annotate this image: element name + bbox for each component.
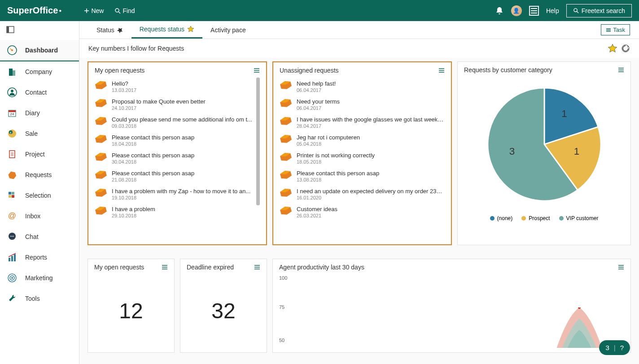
sidebar-item-requests[interactable]: Requests: [0, 165, 79, 185]
tab-activity-pace[interactable]: Activity pace: [202, 22, 254, 38]
legend-label: Prospect: [529, 215, 550, 221]
widget-menu-icon[interactable]: [162, 264, 168, 270]
sidebar-item-label: Sale: [25, 130, 38, 137]
help-link[interactable]: Help: [546, 7, 559, 14]
help-fab[interactable]: 3 | ?: [599, 340, 630, 355]
sidebar-item-tools[interactable]: Tools: [0, 288, 79, 309]
widget-menu-icon[interactable]: [618, 67, 624, 73]
request-item[interactable]: Need help fast!06.04.2017: [280, 78, 445, 95]
y-axis-label: 100: [279, 275, 287, 281]
tabs-row: Status Requests status Activity pace Tas…: [79, 21, 639, 39]
scrollbar[interactable]: [256, 78, 260, 205]
widget-agent-productivity: Agent productivity last 30 days 100 75 5…: [272, 259, 631, 353]
ticket-icon: [95, 188, 107, 198]
new-button[interactable]: New: [84, 7, 104, 14]
svg-rect-26: [9, 258, 10, 261]
find-button[interactable]: Find: [114, 7, 135, 14]
svg-point-1: [574, 9, 577, 12]
svg-text:@: @: [8, 211, 16, 220]
sidebar-item-reports[interactable]: Reports: [0, 247, 79, 268]
request-date: 30.04.2018: [112, 159, 260, 165]
ticket-icon: [95, 134, 107, 144]
request-date: 13.03.2017: [112, 87, 260, 93]
svg-point-9: [11, 90, 13, 92]
request-item[interactable]: I have a problem29.10.2018: [95, 203, 260, 221]
svg-rect-7: [13, 70, 15, 76]
sidebar-item-label: Dashboard: [25, 47, 58, 54]
sidebar-item-contact[interactable]: Contact: [0, 82, 79, 103]
request-item[interactable]: Need your terms06.04.2017: [280, 95, 445, 113]
company-icon: [7, 67, 17, 77]
request-title: Please contact this person asap: [112, 134, 260, 141]
line-chart: 100 75 50: [279, 274, 624, 348]
widget-menu-icon[interactable]: [254, 264, 260, 270]
favorite-star-icon[interactable]: [608, 43, 617, 53]
request-title: Hello?: [112, 80, 260, 87]
request-item[interactable]: Customer ideas26.03.2021: [280, 203, 445, 221]
main-menu-icon[interactable]: [529, 6, 539, 16]
request-item[interactable]: Proposal to make Quote even better24.10.…: [95, 95, 260, 113]
request-title: I have issues with the google glasses we…: [297, 116, 445, 123]
tab-requests-status[interactable]: Requests status: [131, 21, 202, 39]
request-list[interactable]: Hello?13.03.2017Proposal to make Quote e…: [95, 78, 260, 240]
sidebar-item-company[interactable]: Company: [0, 61, 79, 82]
widget-title: Deadline expired: [187, 264, 234, 271]
request-title: Customer ideas: [297, 206, 445, 212]
legend-label: VIP customer: [566, 215, 599, 221]
ticket-icon: [280, 98, 292, 108]
widget-menu-icon[interactable]: [618, 264, 624, 270]
request-date: 21.08.2018: [112, 177, 260, 182]
request-list[interactable]: Need help fast!06.04.2017Need your terms…: [280, 78, 445, 240]
svg-rect-20: [12, 195, 14, 198]
tab-label: Activity pace: [210, 26, 246, 34]
sidebar-item-label: Marketing: [25, 274, 53, 282]
sidebar-item-selection[interactable]: Selection: [0, 185, 79, 206]
bell-icon[interactable]: [495, 6, 504, 15]
sidebar-item-marketing[interactable]: Marketing: [0, 268, 79, 288]
legend-item: VIP customer: [559, 215, 599, 221]
request-date: 24.10.2017: [112, 105, 260, 111]
request-item[interactable]: Could you please send me some additional…: [95, 113, 260, 131]
request-item[interactable]: I have issues with the google glasses we…: [280, 113, 445, 131]
sidebar-item-sale[interactable]: € Sale: [0, 123, 79, 144]
request-item[interactable]: I need an update on expected delivery on…: [280, 185, 445, 203]
request-date: 06.04.2017: [297, 87, 445, 93]
tab-status[interactable]: Status: [88, 22, 131, 38]
widget-title: My open requests: [94, 264, 144, 271]
sidebar-item-project[interactable]: Project: [0, 144, 79, 165]
svg-text:3: 3: [509, 146, 514, 157]
request-item[interactable]: Please contact this person asap18.04.201…: [95, 131, 260, 149]
request-title: I have a problem with my Zap - how to mo…: [112, 188, 260, 195]
request-item[interactable]: Jeg har rot i computeren05.04.2018: [280, 131, 445, 149]
request-item[interactable]: Hello?13.03.2017: [95, 78, 260, 95]
request-item[interactable]: Please contact this person asap13.08.201…: [280, 167, 445, 185]
refresh-icon[interactable]: [621, 44, 630, 53]
sidebar-item-dashboard[interactable]: Dashboard: [0, 40, 79, 61]
panel-toggle-icon[interactable]: [0, 21, 79, 40]
ticket-icon: [95, 170, 107, 180]
inbox-icon: @: [7, 211, 17, 221]
legend-dot: [490, 216, 495, 221]
logo-text: SuperOffice: [7, 5, 58, 16]
widget-menu-icon[interactable]: [254, 67, 260, 74]
request-item[interactable]: I have a problem with my Zap - how to mo…: [95, 185, 260, 203]
widget-menu-icon[interactable]: [438, 67, 445, 74]
svg-rect-27: [11, 256, 13, 261]
task-label: Task: [613, 26, 625, 33]
tab-label: Status: [96, 26, 114, 34]
y-axis-label: 50: [279, 338, 284, 343]
ticket-icon: [95, 98, 107, 108]
logo-dot: ●: [59, 8, 61, 13]
request-item[interactable]: Please contact this person asap30.04.201…: [95, 149, 260, 167]
sidebar-item-chat[interactable]: Chat: [0, 226, 79, 247]
dashboard-icon: [7, 45, 17, 55]
contact-icon: [7, 87, 17, 97]
sidebar-item-inbox[interactable]: @ Inbox: [0, 206, 79, 226]
avatar[interactable]: 👤: [511, 5, 522, 16]
task-button[interactable]: Task: [601, 24, 630, 35]
ticket-icon: [280, 206, 292, 216]
freetext-search[interactable]: Freetext search: [566, 4, 632, 17]
request-item[interactable]: Printer is not working correctly18.05.20…: [280, 149, 445, 167]
request-item[interactable]: Please contact this person asap21.08.201…: [95, 167, 260, 185]
sidebar-item-diary[interactable]: 24 Diary: [0, 103, 79, 123]
